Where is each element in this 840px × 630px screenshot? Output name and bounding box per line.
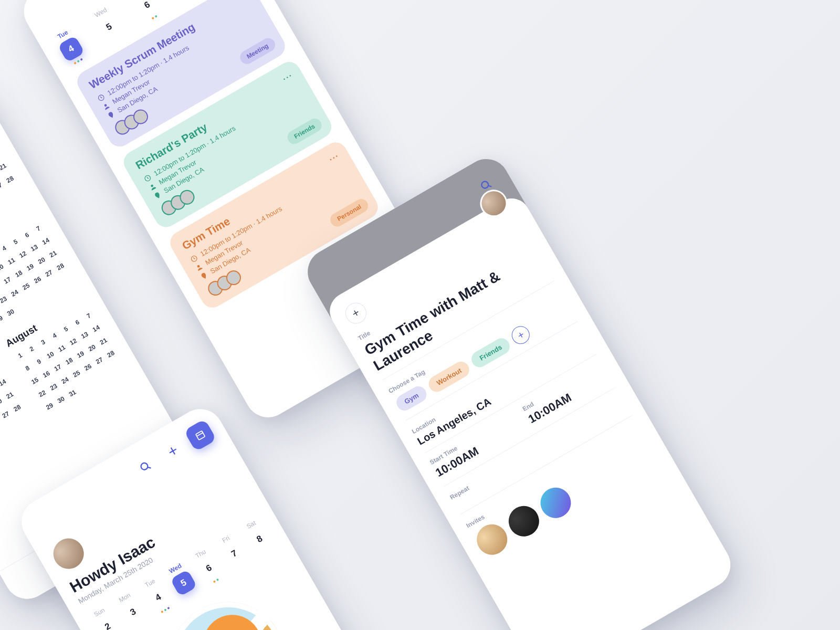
invitee-avatar[interactable] (503, 500, 544, 542)
svg-point-12 (197, 265, 200, 268)
svg-point-17 (480, 180, 490, 190)
invitee-avatar[interactable] (535, 482, 576, 523)
week-day-thu[interactable]: Thu6 (127, 0, 165, 24)
add-button[interactable]: + (156, 435, 190, 468)
invitee-avatar[interactable] (471, 519, 513, 560)
week-day-wed[interactable]: Wed5 (89, 4, 127, 46)
close-icon[interactable]: + (342, 299, 371, 328)
svg-point-13 (140, 462, 149, 471)
week-day-fri[interactable]: Fri7 (165, 0, 203, 2)
svg-point-8 (104, 103, 107, 107)
svg-point-10 (150, 184, 153, 187)
avatar[interactable] (48, 533, 89, 574)
calendar-view-button[interactable] (184, 419, 217, 452)
svg-rect-15 (196, 431, 205, 440)
add-tag-button[interactable]: + (509, 323, 533, 347)
week-day-tue[interactable]: Tue4 (51, 26, 89, 68)
search-icon[interactable] (129, 450, 162, 484)
